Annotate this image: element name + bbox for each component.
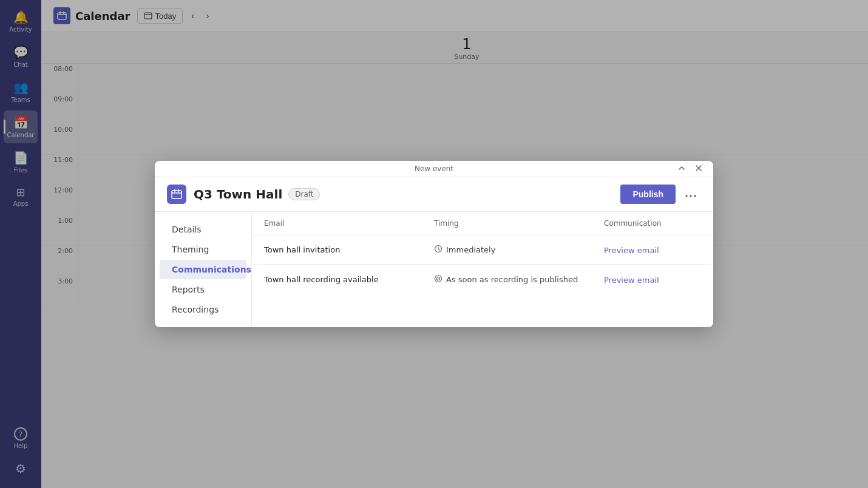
communications-table: Email Timing Communication Town hall inv… — [252, 212, 713, 294]
sidenav-item-communications[interactable]: Communications — [160, 260, 246, 279]
timing-cell: As soon as recording is published — [434, 274, 604, 285]
modal-content: Email Timing Communication Town hall inv… — [252, 212, 713, 327]
timing-cell: Immediately — [434, 245, 604, 255]
sidenav-label: Reports — [172, 285, 205, 294]
svg-point-17 — [437, 277, 440, 280]
col-header-timing: Timing — [434, 219, 604, 228]
svg-rect-8 — [172, 191, 181, 198]
preview-email-link[interactable]: Preview email — [604, 246, 659, 255]
timing-text: As soon as recording is published — [446, 275, 578, 284]
modal-body: Details Theming Communications Reports R… — [155, 212, 713, 327]
modal-topbar: New event — [155, 161, 713, 177]
event-title-area: Q3 Town Hall Draft — [194, 187, 613, 202]
preview-email-link-2[interactable]: Preview email — [604, 276, 659, 285]
col-header-email: Email — [264, 219, 434, 228]
more-options-button[interactable] — [680, 185, 701, 203]
timing-icon — [434, 245, 442, 255]
email-cell: Town hall recording available — [264, 275, 434, 284]
svg-point-12 — [686, 195, 688, 197]
minimize-button[interactable] — [674, 161, 689, 176]
svg-point-13 — [690, 195, 692, 197]
table-row: Town hall invitation Immediately Preview… — [252, 236, 713, 265]
sidenav-item-reports[interactable]: Reports — [160, 280, 246, 299]
sidenav-item-details[interactable]: Details — [160, 220, 246, 239]
header-actions: Publish — [620, 185, 701, 204]
modal-header: Q3 Town Hall Draft Publish — [155, 177, 713, 212]
modal-topbar-actions — [674, 161, 706, 176]
modal-topbar-title: New event — [415, 164, 453, 173]
table-row: Town hall recording available As soon as… — [252, 265, 713, 294]
sidenav-item-theming[interactable]: Theming — [160, 240, 246, 259]
draft-badge: Draft — [288, 188, 320, 200]
publish-button[interactable]: Publish — [620, 185, 676, 204]
timing-icon — [434, 274, 442, 285]
event-icon — [167, 185, 186, 204]
sidenav-label: Communications — [172, 265, 251, 274]
col-header-communication: Communication — [604, 219, 701, 228]
sidenav-label: Theming — [172, 245, 209, 254]
table-header: Email Timing Communication — [252, 212, 713, 236]
timing-text: Immediately — [446, 245, 495, 254]
sidenav-label: Details — [172, 225, 202, 234]
sidenav-item-recordings[interactable]: Recordings — [160, 300, 246, 319]
svg-point-16 — [435, 276, 442, 282]
communication-cell: Preview email — [604, 274, 701, 285]
modal-sidenav: Details Theming Communications Reports R… — [155, 212, 252, 327]
sidenav-label: Recordings — [172, 305, 219, 314]
event-title: Q3 Town Hall — [194, 187, 282, 202]
modal-overlay: New event Q3 Town Hall Draft Publish — [0, 0, 868, 488]
event-modal: New event Q3 Town Hall Draft Publish — [155, 161, 713, 327]
svg-point-14 — [694, 195, 696, 197]
email-cell: Town hall invitation — [264, 245, 434, 254]
close-button[interactable] — [691, 161, 706, 176]
communication-cell: Preview email — [604, 244, 701, 256]
